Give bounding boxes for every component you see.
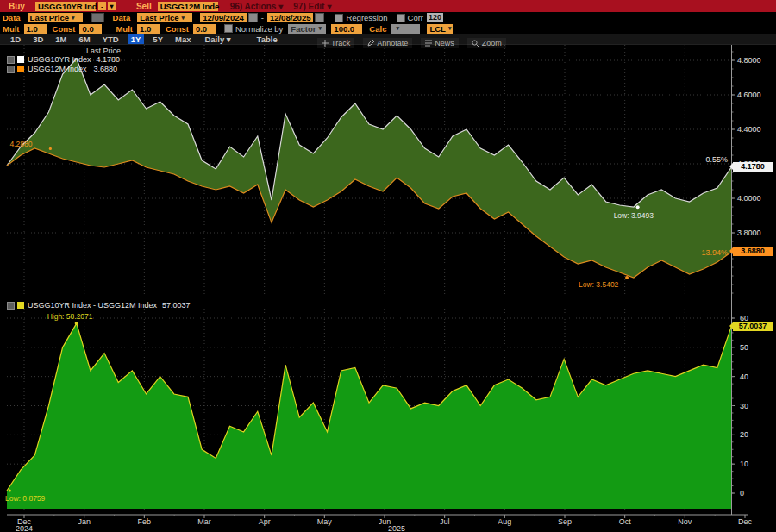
zoom-magnifier-icon <box>472 40 479 47</box>
range-tab-1m[interactable]: 1M <box>52 34 70 44</box>
annotation-10yr-low: Low: 3.9493 <box>614 211 654 220</box>
x-tick-label: Jan <box>78 517 91 526</box>
legend-row-usgg10yr[interactable]: USGG10YR Index 4.1780 <box>7 55 121 64</box>
caret-down-icon: ▾ <box>396 25 399 32</box>
x-tick-label: Nov <box>678 517 692 526</box>
annotate-button[interactable]: Annotate <box>363 38 412 48</box>
buy-label: Buy <box>9 2 25 11</box>
x-tick-label: Oct <box>619 517 632 526</box>
data2-select[interactable]: Last Price▾ <box>137 13 192 22</box>
chart-canvas[interactable]: 4.80004.60004.40004.20004.00003.80006050… <box>0 0 776 532</box>
const2-input[interactable]: 0.0 <box>193 24 216 34</box>
actions-menu[interactable]: 96) Actions <box>230 2 277 11</box>
annotate-pencil-icon <box>367 40 374 47</box>
minus-button[interactable]: - <box>98 2 106 10</box>
factor-amount-input[interactable]: 100.0 <box>331 24 362 34</box>
usgg12m-color-chip <box>17 66 24 72</box>
mult2-input[interactable]: 1.0 <box>137 24 160 34</box>
pct-change-12m: -13.94% <box>698 248 728 257</box>
annotation-spread-low: Low: 0.8759 <box>5 494 45 503</box>
mult-const-row: Mult 1.0 Const 0.0 Mult 1.0 Const 0.0 No… <box>0 23 776 34</box>
y-tick-label: 4.0000 <box>737 194 761 203</box>
range-tab-6m[interactable]: 6M <box>76 34 94 44</box>
actions-caret-icon: ▾ <box>278 2 283 11</box>
range-tab-1d[interactable]: 1D <box>7 34 24 44</box>
corr-window-input[interactable]: 120 <box>427 13 443 22</box>
range-tab-1y[interactable]: 1Y <box>128 34 145 44</box>
buy-security-input[interactable]: USGG10YR Ind <box>35 2 96 11</box>
sell-label: Sell <box>136 2 152 11</box>
regression-checkbox[interactable] <box>335 14 343 22</box>
calc-select[interactable]: ▾ <box>391 24 420 34</box>
news-button[interactable]: News <box>421 38 459 48</box>
legend-handle-icon[interactable] <box>7 66 15 73</box>
const1-label: Const <box>53 24 76 34</box>
spread-legend-label: USGG10YR Index - USGG12M Index <box>28 301 157 310</box>
edit-menu[interactable]: 97) Edit <box>293 2 324 11</box>
caret-down-icon: ▾ <box>182 15 185 22</box>
caret-down-icon: ▾ <box>448 25 452 32</box>
annotation-dot <box>625 276 629 279</box>
annotation-dot <box>636 205 640 209</box>
x-tick-label: Jul <box>440 517 450 526</box>
legend-handle-icon[interactable] <box>7 56 15 64</box>
date-from-input[interactable]: 12/09/2024 <box>200 13 247 22</box>
legend-row-spread[interactable]: USGG10YR Index - USGG12M Index 57.0037 <box>7 301 191 310</box>
x-tick-label: May <box>317 517 333 526</box>
data1-select[interactable]: Last Price▾ <box>28 13 83 22</box>
track-button[interactable]: Track <box>317 38 354 48</box>
sell-security-input[interactable]: USGG12M Inde <box>158 2 218 11</box>
usgg10yr-legend-label: USGG10YR Index <box>28 55 91 64</box>
spread-color-chip <box>17 302 24 309</box>
chart-toolbar: Track Annotate News Zoom <box>317 38 506 48</box>
y-tick-label: 10 <box>740 460 748 468</box>
x-tick-label: Aug <box>498 517 511 526</box>
last-price-marker-10yr: 4.1780 <box>733 162 773 172</box>
calendar-icon[interactable] <box>248 13 258 22</box>
x-tick-label: Mar <box>197 517 211 526</box>
regression-label: Regression <box>346 13 387 22</box>
range-tab-max[interactable]: Max <box>172 34 194 44</box>
annotation-spread-high: High: 58.2071 <box>47 312 93 321</box>
y-tick-label: 0 <box>740 489 744 498</box>
x-tick-label: Dec <box>738 517 753 526</box>
annotation-dot <box>75 322 78 325</box>
spread-area <box>7 323 731 509</box>
range-tab-ytd[interactable]: YTD <box>99 34 122 44</box>
legend-row-usgg12m[interactable]: USGG12M Index 3.6880 <box>7 65 121 73</box>
factor-select[interactable]: Factor▾ <box>288 24 326 34</box>
table-button[interactable]: Table <box>253 34 281 44</box>
mult1-input[interactable]: 1.0 <box>24 24 47 34</box>
pct-change-10yr: -0.55% <box>703 155 728 164</box>
normalize-label: Normalize by <box>235 24 283 34</box>
legend-handle-icon[interactable] <box>7 302 15 310</box>
range-tab-5y[interactable]: 5Y <box>149 34 166 44</box>
edit-caret-icon: ▾ <box>327 2 331 11</box>
const1-input[interactable]: 0.0 <box>79 24 102 34</box>
link-icon[interactable] <box>91 13 104 22</box>
y-tick-label: 30 <box>740 402 748 410</box>
x-tick-label: Apr <box>259 517 271 526</box>
data2-label: Data <box>113 13 131 22</box>
frequency-select[interactable]: Daily ▾ <box>201 34 234 44</box>
y-tick-label: 40 <box>740 372 748 381</box>
track-crosshair-icon <box>322 40 329 47</box>
corr-checkbox[interactable] <box>397 14 405 22</box>
buy-dropdown-icon[interactable]: ▾ <box>108 2 116 10</box>
lcl-select[interactable]: LCL▾ <box>427 24 453 34</box>
zoom-button[interactable]: Zoom <box>467 38 506 48</box>
calendar-icon[interactable] <box>315 13 324 22</box>
caret-down-icon: ▾ <box>72 15 75 22</box>
calc-label: Calc <box>369 24 386 34</box>
marker-notch <box>729 247 733 254</box>
spread-band-area <box>7 59 731 278</box>
y-tick-label: 4.4000 <box>737 125 761 134</box>
date-to-input[interactable]: 12/08/2025 <box>267 13 314 22</box>
y-tick-label: 3.8000 <box>737 228 761 237</box>
range-tab-3d[interactable]: 3D <box>29 34 47 44</box>
command-bar: Buy USGG10YR Ind - ▾ Sell USGG12M Inde 9… <box>0 0 776 12</box>
legend-title: Last Price <box>7 47 121 55</box>
spread-last-value: 57.0037 <box>162 301 191 310</box>
news-lines-icon <box>425 40 432 47</box>
normalize-checkbox[interactable] <box>224 24 233 33</box>
